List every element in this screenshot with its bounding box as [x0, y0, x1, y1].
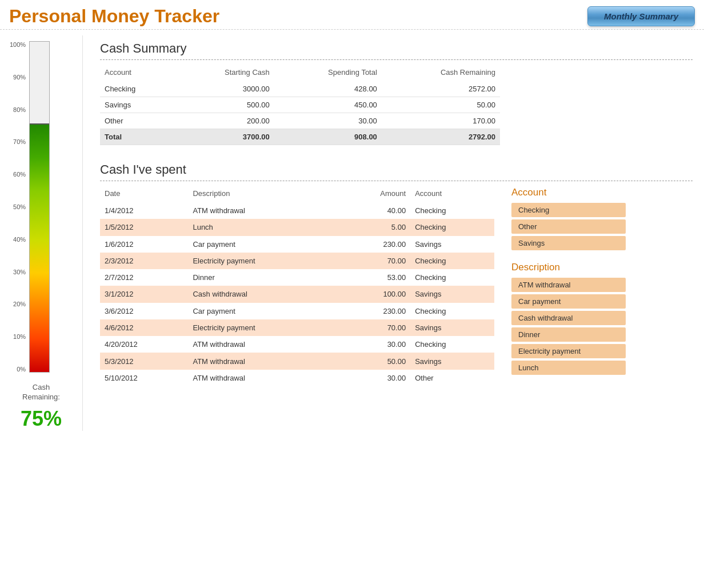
account-filter-tag[interactable]: Other	[511, 219, 626, 234]
gauge-bar	[29, 41, 50, 373]
table-row: 2/7/2012Dinner53.00Checking	[100, 269, 494, 286]
col-account: Account	[410, 187, 494, 202]
description-filter-tag[interactable]: Dinner	[511, 327, 626, 342]
table-row: 4/6/2012Electricity payment70.00Savings	[100, 319, 494, 336]
col-starting-cash: Starting Cash	[174, 66, 274, 81]
description-filter-tag[interactable]: Electricity payment	[511, 344, 626, 358]
account-filter-tags: CheckingOtherSavings	[511, 203, 626, 250]
table-row: 5/10/2012ATM withdrawal30.00Other	[100, 370, 494, 386]
table-row: 3/6/2012Car payment230.00Checking	[100, 303, 494, 319]
table-row: 1/6/2012Car payment230.00Savings	[100, 236, 494, 253]
description-filter-title: Description	[511, 262, 626, 273]
gauge-label: 40%	[13, 236, 26, 243]
gauge-label: 10%	[13, 333, 26, 340]
gauge-label: 70%	[13, 138, 26, 145]
main-layout: 100%90%80%70%60%50%40%30%20%10%0% CashRe…	[0, 30, 704, 431]
gauge-container: 100%90%80%70%60%50%40%30%20%10%0%	[10, 41, 73, 373]
sidebar: 100%90%80%70%60%50%40%30%20%10%0% CashRe…	[0, 35, 83, 431]
description-filter-tags: ATM withdrawalCar paymentCash withdrawal…	[511, 278, 626, 375]
cash-summary-title: Cash Summary	[100, 41, 693, 56]
table-row: Other200.0030.00170.00	[100, 113, 500, 129]
gauge-empty-overlay	[30, 42, 49, 125]
description-filter-tag[interactable]: ATM withdrawal	[511, 278, 626, 292]
gauge-label: 80%	[13, 106, 26, 113]
gauge-label: 50%	[13, 203, 26, 210]
description-filter-tag[interactable]: Cash withdrawal	[511, 311, 626, 325]
table-row: Checking3000.00428.002572.00	[100, 81, 500, 97]
col-description: Description	[188, 187, 338, 202]
gauge-labels: 100%90%80%70%60%50%40%30%20%10%0%	[10, 41, 29, 373]
content-area: Cash Summary Account Starting Cash Spend…	[83, 35, 704, 431]
cash-spent-section: Cash I've spent Date Description Amount …	[100, 162, 693, 386]
table-row: 4/20/2012ATM withdrawal30.00Checking	[100, 336, 494, 353]
table-row: Savings500.00450.0050.00	[100, 97, 500, 113]
header: Personal Money Tracker Monthly Summary	[0, 0, 704, 30]
col-amount: Amount	[338, 187, 410, 202]
cash-remaining-percentage: 75%	[21, 407, 62, 431]
spent-layout: Date Description Amount Account 1/4/2012…	[100, 187, 693, 386]
transactions-body: 1/4/2012ATM withdrawal40.00Checking1/5/2…	[100, 202, 494, 386]
cash-spent-divider	[100, 181, 693, 181]
cash-remaining-label: CashRemaining:	[22, 383, 60, 402]
description-filter-tag[interactable]: Lunch	[511, 361, 626, 375]
monthly-summary-button[interactable]: Monthly Summary	[587, 6, 695, 26]
table-row: 1/4/2012ATM withdrawal40.00Checking	[100, 202, 494, 219]
gauge-label: 0%	[17, 366, 26, 373]
transactions-table: Date Description Amount Account 1/4/2012…	[100, 187, 494, 386]
account-filter-tag[interactable]: Checking	[511, 203, 626, 217]
table-row: 1/5/2012Lunch5.00Checking	[100, 219, 494, 235]
gauge-label: 60%	[13, 171, 26, 178]
table-row: 5/3/2012ATM withdrawal50.00Savings	[100, 353, 494, 369]
table-row: 3/1/2012Cash withdrawal100.00Savings	[100, 286, 494, 302]
gauge-label: 20%	[13, 301, 26, 307]
cash-spent-title: Cash I've spent	[100, 162, 693, 177]
account-filter-title: Account	[511, 187, 626, 198]
cash-summary-divider	[100, 59, 693, 60]
table-row: 2/3/2012Electricity payment70.00Checking	[100, 253, 494, 269]
account-filter-tag[interactable]: Savings	[511, 236, 626, 250]
gauge-label: 90%	[13, 74, 26, 81]
gauge-label: 100%	[10, 41, 26, 48]
cash-summary-body: Checking3000.00428.002572.00Savings500.0…	[100, 81, 500, 145]
app-title: Personal Money Tracker	[9, 6, 219, 27]
description-filter-tag[interactable]: Car payment	[511, 294, 626, 309]
col-cash-remaining: Cash Remaining	[382, 66, 500, 81]
transactions-header-row: Date Description Amount Account	[100, 187, 494, 202]
col-spending-total: Spending Total	[274, 66, 382, 81]
gauge-label: 30%	[13, 269, 26, 275]
col-date: Date	[100, 187, 188, 202]
cash-summary-header-row: Account Starting Cash Spending Total Cas…	[100, 66, 500, 81]
col-account: Account	[100, 66, 174, 81]
table-total-row: Total3700.00908.002792.00	[100, 129, 500, 145]
filter-panel: Account CheckingOtherSavings Description…	[511, 187, 626, 386]
cash-summary-table: Account Starting Cash Spending Total Cas…	[100, 66, 500, 145]
cash-summary-section: Cash Summary Account Starting Cash Spend…	[100, 41, 693, 145]
